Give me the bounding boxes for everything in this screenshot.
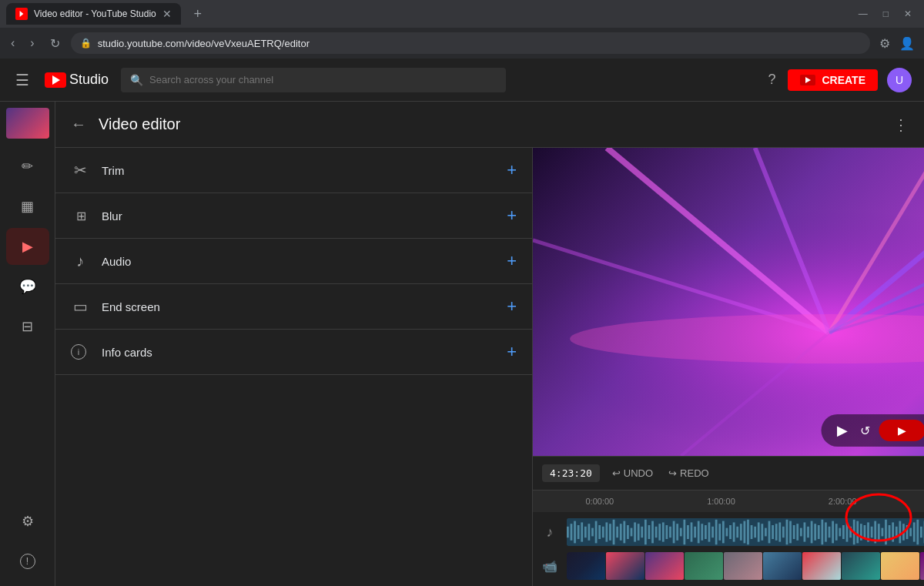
- svg-rect-31: [634, 522, 636, 541]
- minimize-button[interactable]: —: [852, 5, 874, 22]
- svg-rect-98: [871, 527, 873, 537]
- address-bar[interactable]: 🔒 studio.youtube.com/video/veVxeuAETRQ/e…: [71, 32, 870, 54]
- svg-rect-43: [676, 524, 678, 541]
- svg-rect-110: [913, 522, 916, 541]
- info-cards-add-button[interactable]: +: [507, 342, 517, 362]
- video-preview: Check Out Our Related Videos ▶ ↺ ▶ ↻ 🔊: [533, 148, 924, 456]
- timeline-section: 4:23:20 ↩ UNDO ↪ REDO: [533, 456, 924, 586]
- svg-rect-24: [609, 524, 611, 541]
- ruler-mark-0: 0:00:00: [539, 497, 661, 506]
- play-button[interactable]: ▶: [834, 419, 851, 442]
- svg-rect-79: [804, 522, 806, 541]
- svg-rect-107: [902, 524, 905, 541]
- info-cards-icon: i: [71, 344, 86, 360]
- svg-rect-53: [711, 527, 714, 537]
- svg-rect-39: [662, 522, 665, 541]
- redo-button[interactable]: ↪ REDO: [662, 464, 715, 482]
- svg-rect-86: [829, 527, 831, 537]
- reload-button[interactable]: ↻: [45, 33, 65, 54]
- tab-close-button[interactable]: ✕: [162, 8, 172, 20]
- video-strip-container: [567, 552, 924, 580]
- tool-trim[interactable]: ✂ Trim +: [55, 148, 532, 193]
- address-text: studio.youtube.com/video/veVxeuAETRQ/edi…: [98, 38, 861, 49]
- new-tab-button[interactable]: +: [187, 3, 209, 25]
- svg-rect-17: [584, 527, 587, 537]
- browser-titlebar: Video editor - YouTube Studio ✕ + — □ ✕: [0, 0, 924, 28]
- blur-add-button[interactable]: +: [507, 206, 517, 226]
- svg-rect-73: [782, 527, 785, 537]
- svg-rect-99: [874, 521, 876, 544]
- browser-tab[interactable]: Video editor - YouTube Studio ✕: [6, 3, 181, 25]
- video-controls: ▶ ↺ ▶ ↻ 🔊: [822, 414, 925, 447]
- svg-rect-101: [882, 528, 884, 537]
- back-button[interactable]: ←: [71, 116, 86, 133]
- svg-rect-104: [892, 522, 894, 541]
- channel-thumbnail[interactable]: [6, 108, 49, 139]
- video-thumb-8: [842, 552, 880, 580]
- audio-add-button[interactable]: +: [507, 251, 517, 271]
- subtitles-icon: ⊟: [22, 318, 33, 335]
- svg-rect-91: [846, 522, 849, 541]
- svg-rect-18: [588, 524, 591, 541]
- sidebar-item-settings[interactable]: ⚙: [6, 503, 49, 540]
- help-button[interactable]: ?: [765, 69, 778, 91]
- featured-play-button[interactable]: ▶: [879, 420, 925, 441]
- svg-rect-108: [906, 525, 909, 539]
- editor-header: ← Video editor ⋮: [55, 102, 924, 148]
- video-thumb-2: [606, 552, 644, 580]
- svg-rect-61: [740, 524, 742, 541]
- create-button[interactable]: CREATE: [788, 69, 878, 91]
- forward-nav-button[interactable]: ›: [25, 33, 38, 53]
- ruler-marks: 0:00:00 1:00:00 2:00:00 3:00:00 4:00:00 …: [539, 497, 924, 506]
- sidebar-item-feedback[interactable]: !: [6, 543, 49, 580]
- audio-track-content[interactable]: [567, 518, 924, 546]
- close-button[interactable]: ✕: [898, 5, 918, 22]
- yt-sidebar: ✏ ▦ ▶ 💬 ⊟ ⚙ !: [0, 102, 55, 586]
- sidebar-item-analytics[interactable]: ▦: [6, 188, 49, 225]
- audio-waveform-svg: [567, 518, 924, 546]
- create-video-icon: [800, 75, 815, 85]
- tool-blur[interactable]: ⊞ Blur +: [55, 193, 532, 239]
- extensions-button[interactable]: ⚙: [876, 33, 893, 54]
- sidebar-item-video-editor[interactable]: ▶: [6, 228, 49, 265]
- yt-logo-text: Studio: [69, 72, 109, 88]
- svg-rect-19: [591, 528, 594, 537]
- more-options-button[interactable]: ⋮: [893, 116, 909, 134]
- svg-rect-15: [578, 525, 580, 539]
- video-track-icon: 📹: [542, 559, 557, 574]
- svg-rect-88: [835, 524, 838, 541]
- undo-button[interactable]: ↩ UNDO: [606, 464, 659, 482]
- video-thumb-4: [685, 552, 723, 580]
- svg-rect-14: [574, 521, 576, 544]
- end-screen-label: End screen: [102, 300, 507, 313]
- sidebar-item-subtitles[interactable]: ⊟: [6, 308, 49, 345]
- svg-rect-65: [754, 527, 756, 537]
- end-screen-add-button[interactable]: +: [507, 296, 517, 316]
- search-bar[interactable]: 🔍: [121, 68, 506, 92]
- audio-track-row: ♪: [533, 515, 924, 549]
- sidebar-item-comments[interactable]: 💬: [6, 268, 49, 305]
- avatar[interactable]: U: [887, 68, 912, 92]
- svg-rect-55: [718, 524, 721, 541]
- svg-rect-44: [680, 528, 682, 537]
- trim-add-button[interactable]: +: [507, 160, 517, 180]
- svg-rect-21: [598, 525, 601, 539]
- sidebar-item-edit[interactable]: ✏: [6, 148, 49, 185]
- tool-end-screen[interactable]: ▭ End screen +: [55, 284, 532, 330]
- profile-button[interactable]: 👤: [896, 33, 918, 54]
- maximize-button[interactable]: □: [877, 5, 895, 22]
- tool-info-cards[interactable]: i Info cards +: [55, 330, 532, 375]
- yt-content: ← Video editor ⋮ ✂ Trim + ⊞ Blur: [55, 102, 924, 586]
- rewind-button[interactable]: ↺: [857, 420, 873, 441]
- video-track-content[interactable]: [567, 552, 924, 580]
- svg-rect-20: [595, 521, 598, 544]
- search-input[interactable]: [149, 74, 497, 85]
- video-thumb-5: [724, 552, 762, 580]
- svg-rect-49: [698, 521, 700, 544]
- timeline-center: ≡: [721, 465, 924, 481]
- tool-audio[interactable]: ♪ Audio +: [55, 239, 532, 284]
- back-nav-button[interactable]: ‹: [6, 33, 19, 53]
- time-display: 4:23:20: [542, 464, 600, 482]
- svg-rect-28: [623, 521, 625, 544]
- hamburger-button[interactable]: ☰: [12, 68, 32, 92]
